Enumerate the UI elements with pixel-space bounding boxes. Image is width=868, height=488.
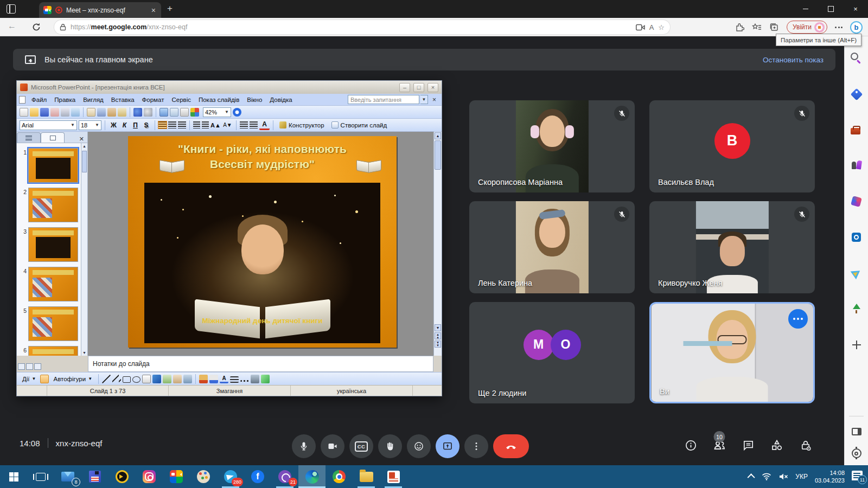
- taskbar-floppy-app[interactable]: [81, 465, 108, 488]
- reactions-button[interactable]: [407, 434, 431, 458]
- rectangle-tool-icon[interactable]: [123, 376, 131, 383]
- increase-indent-icon[interactable]: [250, 121, 258, 129]
- line-style-icon[interactable]: [230, 376, 239, 383]
- ppt-question-dropdown-icon[interactable]: ▼: [420, 95, 428, 104]
- stop-presenting-link[interactable]: Остановить показ: [763, 56, 824, 64]
- sidebar-tools-icon[interactable]: [851, 124, 863, 136]
- taskbar-meet[interactable]: [163, 465, 190, 488]
- ppt-close-button[interactable]: ×: [427, 83, 438, 92]
- participant-tile[interactable]: Ви: [649, 302, 815, 403]
- window-maximize-button[interactable]: [818, 0, 843, 18]
- toolbar-icon[interactable]: [87, 108, 95, 117]
- meeting-details-button[interactable]: [684, 438, 698, 452]
- toolbar-icon[interactable]: [61, 108, 69, 117]
- participant-tile[interactable]: Скорописова Маріанна: [469, 100, 635, 192]
- captions-button[interactable]: CC: [349, 434, 373, 458]
- ppt-font-combo[interactable]: Arial▼: [20, 120, 77, 130]
- favorites-icon[interactable]: [752, 23, 762, 31]
- scroll-down-icon[interactable]: ▼: [435, 324, 441, 331]
- activities-button[interactable]: [770, 438, 784, 452]
- sidebar-add-icon[interactable]: [851, 339, 863, 351]
- ppt-maximize-button[interactable]: □: [413, 83, 424, 92]
- raise-hand-button[interactable]: [378, 434, 402, 458]
- format-button[interactable]: Ж: [108, 120, 119, 130]
- window-close-button[interactable]: ×: [843, 0, 868, 18]
- ppt-menu-item[interactable]: Формат: [138, 95, 168, 104]
- collections-icon[interactable]: [769, 23, 779, 31]
- url-bar[interactable]: https://meet.google.com/xnx-znso-eqf A ☆: [54, 20, 670, 34]
- panel-scrollbar[interactable]: ▲ ▼: [81, 143, 87, 356]
- taskbar-powerpoint[interactable]: [380, 465, 407, 488]
- ppt-menu-item[interactable]: Показ слайдів: [195, 95, 243, 104]
- extensions-icon[interactable]: [735, 23, 744, 32]
- slide-thumbnail[interactable]: [28, 148, 78, 183]
- shadow-style-icon[interactable]: [251, 375, 259, 383]
- taskbar-explorer[interactable]: [353, 465, 380, 488]
- toolbar-icon[interactable]: [30, 108, 39, 117]
- ppt-fontsize-combo[interactable]: 18▼: [79, 120, 101, 130]
- format-button[interactable]: К: [119, 120, 130, 130]
- mic-button[interactable]: [292, 434, 316, 458]
- fill-color-icon[interactable]: [199, 375, 208, 383]
- taskbar-instagram[interactable]: [136, 465, 163, 488]
- volume-muted-icon[interactable]: [778, 473, 788, 480]
- panel-scroll-thumb[interactable]: [82, 151, 87, 172]
- scroll-thumb[interactable]: [435, 140, 441, 170]
- ppt-notes[interactable]: Нотатки до слайда: [88, 356, 433, 372]
- line-color-icon[interactable]: [209, 375, 218, 383]
- toolbar-icon[interactable]: [180, 108, 189, 117]
- more-options-button[interactable]: [464, 434, 488, 458]
- ppt-help-icon[interactable]: [233, 108, 241, 117]
- ppt-menu-item[interactable]: Правка: [50, 95, 79, 104]
- panel-scroll-down-icon[interactable]: ▼: [82, 351, 86, 355]
- toolbar-icon[interactable]: [133, 108, 142, 117]
- ppt-menu-item[interactable]: Вставка: [107, 95, 138, 104]
- ppt-zoom-combo[interactable]: 42%▼: [203, 107, 231, 117]
- panel-close-icon[interactable]: ✕: [76, 136, 87, 143]
- font-color-icon[interactable]: A: [259, 120, 270, 130]
- chat-button[interactable]: [741, 438, 755, 452]
- select-pointer-icon[interactable]: [40, 375, 49, 383]
- arrow-tool-icon[interactable]: [112, 375, 121, 383]
- taskbar-aimp[interactable]: [108, 465, 136, 488]
- taskbar-facebook[interactable]: f: [244, 465, 271, 488]
- format-button[interactable]: П: [130, 120, 141, 130]
- toolbar-icon[interactable]: [97, 108, 106, 117]
- wifi-icon[interactable]: [762, 473, 771, 480]
- host-controls-button[interactable]: [799, 438, 813, 452]
- toolbar-icon[interactable]: [118, 108, 126, 117]
- format-button[interactable]: S: [141, 120, 151, 130]
- taskbar-mail[interactable]: 8: [54, 465, 81, 488]
- taskbar-telegram[interactable]: 280: [217, 465, 244, 488]
- window-minimize-button[interactable]: [793, 0, 818, 18]
- ppt-designer-button[interactable]: Конструктор: [277, 120, 327, 131]
- align-center-icon[interactable]: [168, 121, 176, 129]
- copilot-icon[interactable]: b: [850, 21, 863, 34]
- sidebar-shopping-icon[interactable]: [851, 88, 863, 100]
- ppt-question-box[interactable]: Введіть запитання: [348, 95, 419, 104]
- toolbar-icon[interactable]: [71, 108, 80, 117]
- ppt-menu-item[interactable]: Довідка: [266, 95, 296, 104]
- slideshow-view-icon[interactable]: [34, 363, 41, 370]
- ppt-new-slide-button[interactable]: Створити слайд: [329, 120, 390, 131]
- browser-tab[interactable]: Meet – xnx-znso-eqf ×: [39, 2, 161, 18]
- slide-thumbnail[interactable]: [28, 306, 78, 341]
- next-slide-icon[interactable]: ▼▼: [435, 341, 441, 348]
- refresh-icon[interactable]: [31, 22, 41, 32]
- ppt-minimize-button[interactable]: –: [399, 83, 410, 92]
- threed-style-icon[interactable]: [261, 375, 270, 383]
- slides-tab[interactable]: [41, 132, 65, 143]
- scroll-up-icon[interactable]: ▲: [435, 132, 441, 139]
- participant-tile[interactable]: Криворучко Женя: [649, 201, 815, 293]
- sidebar-search-icon[interactable]: [851, 53, 863, 65]
- notification-center-button[interactable]: 11: [852, 471, 865, 483]
- more-menu-button[interactable]: [835, 27, 843, 28]
- sidebar-outlook-icon[interactable]: [851, 232, 863, 243]
- tile-options-button[interactable]: [788, 309, 808, 329]
- toolbar-icon[interactable]: [190, 108, 199, 117]
- new-tab-button[interactable]: +: [167, 4, 173, 14]
- end-call-button[interactable]: [493, 434, 529, 458]
- toolbar-icon[interactable]: [170, 108, 178, 117]
- line-tool-icon[interactable]: [102, 375, 111, 383]
- taskbar-viber[interactable]: 21: [271, 465, 298, 488]
